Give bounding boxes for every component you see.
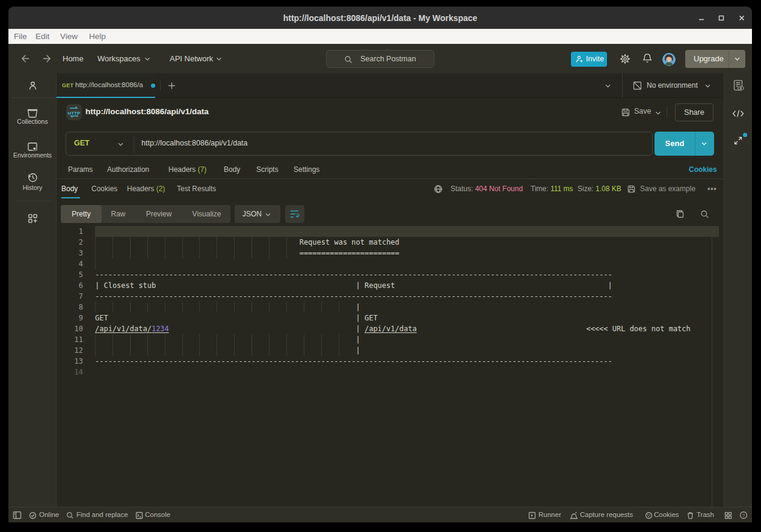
request-title: http://localhost:8086/api/v1/data <box>85 107 209 116</box>
url-bar: GET http://localhost:8086/api/v1/data <box>66 132 653 156</box>
titlebar: http://localhost:8086/api/v1/data - My W… <box>8 7 752 29</box>
statusbar: Online Find and replace Console Runner C… <box>8 507 752 522</box>
http-badge: HTTP <box>66 104 82 120</box>
invite[interactable]: Invite <box>571 52 607 67</box>
send[interactable]: Send <box>655 132 714 156</box>
right-strip <box>724 73 752 507</box>
header: Home Workspaces API Network Search Postm… <box>8 44 752 73</box>
main: Collections Environments History GET htt… <box>8 73 752 507</box>
request-tabs: Params Authorization Headers (7) Body Sc… <box>57 156 724 179</box>
avatar <box>662 53 676 66</box>
app-window: http://localhost:8086/api/v1/data - My W… <box>8 7 752 522</box>
svg-text:?: ? <box>742 513 745 518</box>
sidebar: Collections Environments History <box>8 73 57 507</box>
env-selector[interactable]: No environment <box>622 73 724 98</box>
upgrade[interactable]: Upgrade <box>685 50 745 68</box>
active-tab[interactable]: GET http://localhost:8086/a <box>57 73 155 98</box>
request-pane: GET http://localhost:8086/a No environme… <box>57 73 724 507</box>
tabbar: GET http://localhost:8086/a No environme… <box>57 73 724 98</box>
view-toggle: Pretty Raw Preview Visualize <box>61 205 230 223</box>
svg-text:HTTP: HTTP <box>68 111 81 116</box>
response-tabs: Body Cookies Headers (2) Test Results St… <box>57 179 724 200</box>
menubar: File Edit View Help <box>8 29 752 44</box>
share[interactable]: Share <box>675 103 713 121</box>
wrap[interactable] <box>285 205 304 223</box>
search[interactable]: Search Postman <box>326 50 434 68</box>
postman-window: http://localhost:8086/api/v1/data - My W… <box>0 0 761 532</box>
format-select[interactable]: JSON <box>235 205 280 223</box>
response-body: 1 2 3 4 5 6 7 8 9 10 11 12 13 14 Request… <box>57 226 724 507</box>
